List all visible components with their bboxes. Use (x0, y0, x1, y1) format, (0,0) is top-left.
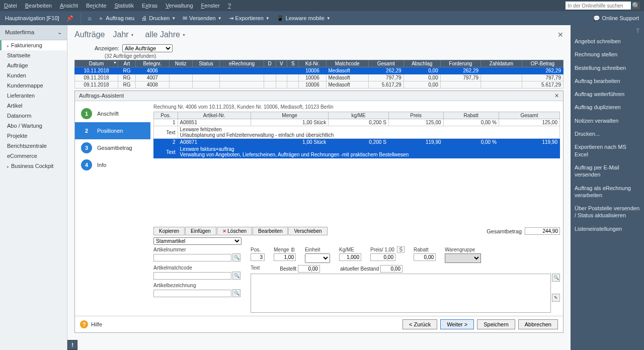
rabatt-input[interactable] (414, 253, 436, 261)
menu-berichte[interactable]: Berichte (86, 3, 106, 9)
grid-header[interactable]: Zahldatum (481, 60, 522, 67)
lookup-icon[interactable]: 🔍 (232, 289, 240, 297)
menu-extras[interactable]: Extras (142, 3, 157, 9)
kgme-input[interactable] (339, 253, 361, 261)
wizard-step[interactable]: 2Positionen (75, 122, 150, 139)
grid-header[interactable]: Datum▼ (75, 60, 118, 67)
line-row[interactable]: 1A088511,00 Stück0,200 S125,000,00 %125,… (154, 119, 560, 126)
tool-auftrag-neu[interactable]: ＋ Auftrag neu (98, 15, 134, 22)
grid-header[interactable]: Kd-Nr. (299, 60, 326, 67)
delete-button[interactable]: ✕ Löschen (217, 227, 253, 235)
pin-taskpanel-icon[interactable]: ⟙ (575, 28, 640, 35)
menu-statistik[interactable]: Statistik (114, 3, 134, 9)
sidebar-item[interactable]: Lieferanten (0, 91, 67, 101)
tool-lexware-mobile[interactable]: 📱 Lexware mobile ▼ (277, 15, 331, 22)
cancel-button[interactable]: Abbrechen (518, 319, 558, 329)
tool-online-support[interactable]: 💬 Online Support (593, 15, 639, 22)
task-item[interactable]: Auftrag weiterführen (575, 88, 640, 101)
tool-drucken[interactable]: 🖨 Drucken ▼ (141, 15, 176, 21)
text-textarea[interactable] (251, 274, 551, 313)
line-header[interactable]: Artikel-Nr. (178, 112, 251, 119)
grid-header[interactable]: Gesamt (368, 60, 404, 67)
grid-header[interactable]: V (276, 60, 287, 67)
task-item[interactable]: Drucken... (575, 127, 640, 140)
sidebar-item[interactable]: Fakturierung (0, 40, 67, 50)
sidebar-item[interactable]: Startseite (0, 50, 67, 60)
back-button[interactable]: < Zurück (403, 319, 437, 329)
wizard-step[interactable]: 1Anschrift (75, 105, 150, 122)
year-label-drop[interactable]: Jahr ▼ (110, 30, 137, 39)
task-item[interactable]: Rechnung stellen (575, 48, 640, 61)
line-header[interactable]: Menge (251, 112, 329, 119)
sidebar-item[interactable]: Berichtszentrale (0, 141, 67, 151)
task-item[interactable]: Auftrag als eRechnung verarbeiten (575, 182, 640, 202)
sidebar-item[interactable]: Datanorm (0, 111, 67, 121)
wizard-step[interactable]: 3Gesamtbetrag (75, 139, 150, 156)
grid-header[interactable]: Art (118, 60, 136, 67)
move-button[interactable]: Verschieben (288, 227, 327, 235)
grid-header[interactable]: Matchcode (326, 60, 368, 67)
task-item[interactable]: Auftrag bearbeiten (575, 74, 640, 88)
table-row[interactable]: 09.11.2018RG400810006Mediasoft5.617,290,… (75, 81, 564, 89)
close-page-icon[interactable]: ✕ (557, 31, 564, 39)
sidebar-item[interactable]: eCommerce (0, 151, 67, 161)
help-search-input[interactable] (566, 2, 631, 10)
table-row[interactable]: 10.11.2018RG400610006Mediasoft262,290,00… (75, 67, 564, 74)
next-button[interactable]: Weiter > (440, 319, 474, 329)
menu-help[interactable]: ? (228, 3, 231, 9)
grid-header[interactable]: Forderung (440, 60, 480, 67)
pos-input[interactable] (251, 253, 265, 261)
sidebar-item[interactable]: Abo / Wartung (0, 121, 67, 131)
lookup-icon[interactable]: 🔍 (232, 253, 240, 261)
artikelnummer-input[interactable] (153, 254, 231, 261)
pin-nav-icon[interactable]: 📌 (66, 15, 73, 22)
task-item[interactable]: Auftrag duplizieren (575, 101, 640, 114)
menu-bearbeiten[interactable]: Bearbeiten (25, 3, 52, 9)
sidebar-item[interactable]: Projekte (0, 131, 67, 141)
grid-header[interactable]: Notiz (169, 60, 192, 67)
line-header[interactable]: Preis (388, 112, 443, 119)
grid-header[interactable]: S (287, 60, 299, 67)
grid-header[interactable]: eRechnung (220, 60, 264, 67)
copy-button[interactable]: Kopieren (153, 227, 185, 235)
einheit-select[interactable] (305, 253, 330, 263)
menge-input[interactable] (274, 253, 296, 261)
preis-input[interactable] (370, 253, 395, 261)
lines-grid[interactable]: Pos.Artikel-Nr.Mengekg/MEPreisRabattGesa… (153, 112, 560, 158)
artikelbezeichnung-input[interactable] (153, 290, 231, 297)
help-search-button[interactable]: 🔍 (632, 2, 640, 10)
line-header[interactable]: Pos. (154, 112, 178, 119)
stammartikel-select[interactable]: Stammartikel (153, 237, 242, 245)
line-header[interactable]: Gesamt (499, 112, 559, 119)
year-value-drop[interactable]: alle Jahre ▼ (142, 30, 189, 39)
close-wizard-icon[interactable]: ✕ (554, 93, 559, 99)
sidebar-item[interactable]: Aufträge (0, 60, 67, 70)
grid-header[interactable]: Belegnr. (135, 60, 169, 67)
save-button[interactable]: Speichern (477, 319, 515, 329)
status-alert-icon[interactable]: ! (67, 340, 77, 350)
line-header[interactable]: Rabatt (443, 112, 499, 119)
artikelmatchcode-input[interactable] (153, 272, 231, 280)
grid-header[interactable]: D (264, 60, 276, 67)
tool-versenden[interactable]: ✉ Versenden ▼ (183, 15, 222, 22)
task-item[interactable]: Exportieren nach MS Excel (575, 140, 640, 161)
warengruppe-select[interactable] (445, 253, 481, 263)
task-item[interactable]: Listeneinstellungen (575, 222, 640, 235)
wizard-step[interactable]: 4Info (75, 156, 150, 173)
sidebar-item[interactable]: Artikel (0, 101, 67, 111)
task-item[interactable]: Über Poststelle versenden / Status aktua… (575, 202, 640, 222)
task-item[interactable]: Notizen verwalten (575, 114, 640, 127)
help-label[interactable]: Hilfe (91, 321, 102, 327)
calendar-icon[interactable]: 🗓 (290, 247, 295, 252)
help-icon[interactable]: ? (80, 320, 88, 328)
menu-fenster[interactable]: Fenster (201, 3, 220, 9)
orders-grid[interactable]: Datum▼ArtBelegnr.NotizStatuseRechnungDVS… (74, 60, 564, 89)
sidebar-item[interactable]: Kunden (0, 70, 67, 80)
grid-header[interactable]: Status (192, 60, 219, 67)
tool-exportieren[interactable]: ⇥ Exportieren ▼ (229, 15, 270, 22)
menu-verwaltung[interactable]: Verwaltung (166, 3, 193, 9)
menu-datei[interactable]: Datei (4, 3, 17, 9)
text-lookup-icon[interactable]: 🔍 (552, 274, 560, 282)
firm-selector[interactable]: Musterfirma⌄ (0, 25, 67, 40)
grid-header[interactable]: Abschlag (404, 60, 440, 67)
